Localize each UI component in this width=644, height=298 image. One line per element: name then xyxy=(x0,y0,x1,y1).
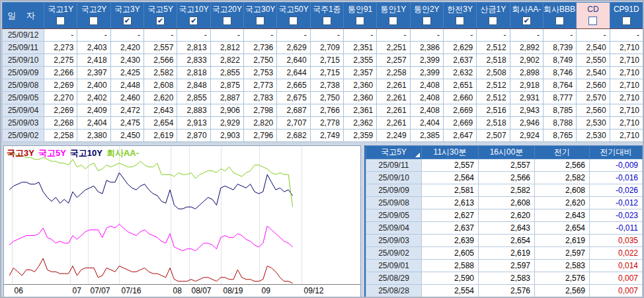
detail-row-date: 25/09/08 xyxy=(366,197,422,209)
column-header-회사AA-[interactable]: 회사AA-✔ xyxy=(510,3,543,29)
yield-cell: 2,275 xyxy=(44,54,77,67)
column-checkbox-CD[interactable] xyxy=(588,17,597,25)
column-label: 한전3Y xyxy=(444,5,476,15)
value-cell: 2,643 xyxy=(535,209,590,222)
yield-cell: 2,903 xyxy=(210,130,243,142)
column-checkbox-회사AA-[interactable]: ✔ xyxy=(522,17,531,25)
row-date: 25/09/04 xyxy=(3,104,44,117)
yield-cell: 2,906 xyxy=(210,104,243,117)
detail-row-date: 25/09/05 xyxy=(366,209,422,222)
table-row: 25/09/042,2692,4092,4722,6432,8832,9062,… xyxy=(3,104,643,117)
yield-cell: 8,788 xyxy=(543,117,576,130)
yield-cell: 2,778 xyxy=(310,117,343,130)
yield-cell: 2,268 xyxy=(44,117,77,130)
value-cell: 2,566 xyxy=(535,159,590,172)
yield-cell: 2,898 xyxy=(510,67,543,79)
value-cell: 2,608 xyxy=(479,197,535,209)
yield-cell: - xyxy=(143,29,177,42)
column-checkbox-통안2Y[interactable] xyxy=(423,17,431,25)
table-row: 25/09/12------------------ xyxy=(3,29,643,42)
column-checkbox-국고1Y[interactable] xyxy=(56,17,65,25)
yield-cell: 2,620 xyxy=(143,92,177,104)
yield-cell: 2,530 xyxy=(577,130,610,142)
column-checkbox-국고3Y[interactable]: ✔ xyxy=(123,17,132,25)
column-checkbox-통안1Y[interactable] xyxy=(389,17,397,25)
yield-cell: 2,409 xyxy=(77,104,110,117)
yield-cell: 2,270 xyxy=(44,92,77,104)
yield-cell: 2,619 xyxy=(143,130,177,142)
value-cell: 2,566 xyxy=(479,172,535,184)
value-cell: 2,583 xyxy=(479,272,535,285)
diff-cell: 0,035 xyxy=(590,235,643,247)
svg-text:08/19: 08/19 xyxy=(223,286,243,295)
column-label: 국고10Y xyxy=(177,5,210,15)
column-checkbox-국고5Y[interactable]: ✔ xyxy=(156,17,165,25)
column-label: 통안1Y xyxy=(377,5,409,15)
column-header-국고30Y[interactable]: 국고30Y xyxy=(243,3,276,29)
column-header-국고50Y[interactable]: 국고50Y xyxy=(277,3,310,29)
yield-cell: 2,710 xyxy=(610,67,643,79)
yield-grid-header: 일 자국고1Y국고2Y국고3Y✔국고5Y✔국고10Y✔국고20Y국고30Y국고5… xyxy=(3,3,643,29)
column-checkbox-국고10Y[interactable]: ✔ xyxy=(189,17,198,25)
column-header-통안1Y[interactable]: 통안1Y xyxy=(377,3,410,29)
column-checkbox-국고20Y[interactable] xyxy=(223,17,231,25)
value-cell: 2,619 xyxy=(535,235,590,247)
detail-table: 국고5Y 11시30분 16시00분 전기 전기대비 25/09/112,557… xyxy=(366,145,643,297)
column-checkbox-회사BBB-[interactable] xyxy=(555,17,564,25)
yield-cell: 2,946 xyxy=(510,117,543,130)
column-header-한전3Y[interactable]: 한전3Y xyxy=(443,3,476,29)
column-header-CP91D[interactable]: CP91D xyxy=(610,3,643,29)
yield-cell: 2,710 xyxy=(610,130,643,142)
column-header-통안2Y[interactable]: 통안2Y xyxy=(410,3,443,29)
yield-cell: 2,640 xyxy=(277,54,310,67)
column-checkbox-국고30Y[interactable] xyxy=(256,17,264,25)
yield-cell: 2,855 xyxy=(177,92,210,104)
yield-cell: 2,362 xyxy=(343,117,376,130)
yield-cell: 2,818 xyxy=(177,67,210,79)
column-checkbox-국고2Y[interactable] xyxy=(89,17,98,25)
yield-cell: - xyxy=(177,29,210,42)
detail-title-header[interactable]: 국고5Y xyxy=(366,146,422,159)
column-label: CP91D xyxy=(610,5,643,15)
yield-cell: 2,351 xyxy=(343,42,376,54)
value-cell: 2,620 xyxy=(535,197,590,209)
row-date: 25/09/03 xyxy=(3,117,44,130)
column-checkbox-산금1Y[interactable] xyxy=(489,17,497,25)
yield-cell: 2,750 xyxy=(243,54,276,67)
yield-cell: 2,266 xyxy=(44,67,77,79)
column-checkbox-한전3Y[interactable] xyxy=(456,17,464,25)
column-checkbox-국주1종[interactable] xyxy=(323,17,331,25)
column-header-국고1Y[interactable]: 국고1Y xyxy=(44,3,77,29)
detail-panel: 국고5Y 11시30분 16시00분 전기 전기대비 25/09/112,557… xyxy=(364,145,643,297)
column-header-회사BBB-[interactable]: 회사BBB- xyxy=(543,3,576,29)
value-cell: 2,643 xyxy=(479,222,535,235)
column-header-국주1종[interactable]: 국주1종 xyxy=(310,3,343,29)
diff-cell: -0,011 xyxy=(590,222,643,235)
detail-row: 25/09/042,6372,6432,654-0,011 xyxy=(366,222,643,235)
yield-cell: 2,560 xyxy=(577,79,610,92)
yield-cell: - xyxy=(543,29,576,42)
column-header-국고5Y[interactable]: 국고5Y✔ xyxy=(143,3,177,29)
yield-cell: 2,450 xyxy=(110,130,143,142)
column-label: 국고2Y xyxy=(77,5,110,15)
column-checkbox-국고50Y[interactable] xyxy=(289,17,298,25)
value-cell: 2,564 xyxy=(422,172,479,184)
detail-row: 25/09/012,5882,5972,5830,014 xyxy=(366,260,643,272)
column-checkbox-CP91D[interactable] xyxy=(622,17,631,25)
column-header-국고10Y[interactable]: 국고10Y✔ xyxy=(177,3,210,29)
yield-cell: 2,518 xyxy=(477,54,510,67)
column-header-산금1Y[interactable]: 산금1Y xyxy=(477,3,510,29)
yield-cell: 2,408 xyxy=(410,79,443,92)
column-header-국고20Y[interactable]: 국고20Y xyxy=(210,3,243,29)
column-header-국고2Y[interactable]: 국고2Y xyxy=(77,3,110,29)
column-checkbox-통안91[interactable] xyxy=(356,17,364,25)
detail-row: 25/08/292,5902,5832,5760,007 xyxy=(366,272,643,285)
yield-cell: 2,425 xyxy=(110,67,143,79)
column-header-국고3Y[interactable]: 국고3Y✔ xyxy=(110,3,143,29)
yield-cell: - xyxy=(77,29,110,42)
column-header-통안91[interactable]: 통안91 xyxy=(343,3,376,29)
yield-cell: 2,402 xyxy=(77,92,110,104)
yield-cell: 2,355 xyxy=(343,54,376,67)
value-cell: 2,654 xyxy=(535,222,590,235)
column-header-CD[interactable]: CD xyxy=(577,3,610,29)
